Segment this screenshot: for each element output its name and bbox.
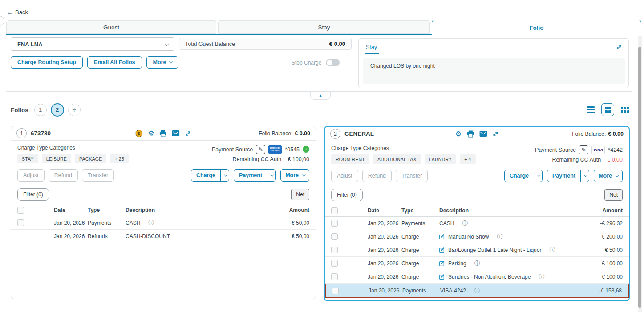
row-checkbox[interactable] (331, 220, 338, 227)
transactions-table: Date Type Description Amount Jan 20, 202… (325, 205, 629, 298)
edit-charge-icon[interactable] (439, 260, 445, 266)
email-envelope-icon[interactable] (172, 130, 180, 136)
net-button[interactable]: Net (291, 189, 309, 200)
charge-dropdown-arrow[interactable] (534, 170, 542, 182)
table-row[interactable]: Jan 20, 2026 Payments CASH ⓘ -€ 50,00 (11, 216, 316, 230)
stop-charge-toggle[interactable] (326, 59, 340, 66)
row-checkbox[interactable] (331, 233, 338, 240)
info-icon[interactable]: ⓘ (474, 260, 480, 266)
grid-2-view-icon[interactable] (601, 103, 614, 116)
charge-routing-setup-button[interactable]: Charge Routing Setup (11, 56, 83, 69)
filter-button[interactable]: Filter (0) (331, 189, 363, 201)
table-row[interactable]: Jan 20, 2026 Payments VISA-4242 ⓘ -€ 153… (325, 284, 629, 298)
row-description[interactable]: CASH (439, 220, 454, 227)
payment-dropdown-arrow[interactable] (267, 170, 275, 181)
print-icon[interactable] (160, 130, 167, 137)
adjust-button[interactable]: Adjust (17, 169, 45, 182)
row-checkbox[interactable] (332, 288, 339, 294)
category-chip: ROOM RENT (331, 154, 369, 164)
info-icon[interactable]: ⓘ (497, 234, 502, 239)
row-date: Jan 20, 2026 (368, 260, 401, 267)
info-icon[interactable]: ⓘ (549, 247, 555, 253)
filter-button[interactable]: Filter (0) (17, 188, 49, 201)
email-envelope-icon[interactable] (479, 131, 487, 137)
tab-stay[interactable]: Stay (218, 20, 430, 34)
info-icon[interactable]: ⓘ (474, 288, 480, 294)
transfer-button[interactable]: Transfer (396, 170, 428, 182)
scrollbar-thumb[interactable] (638, 47, 641, 308)
more-button[interactable]: More (146, 56, 179, 69)
collapse-summary-button[interactable]: ▲ (310, 92, 331, 100)
net-button[interactable]: Net (604, 189, 623, 201)
row-checkbox[interactable] (331, 260, 338, 267)
row-checkbox[interactable] (331, 247, 338, 253)
tab-folio[interactable]: Folio (432, 20, 641, 35)
info-icon[interactable]: ⓘ (539, 274, 544, 280)
folio-balance-value: € 0.00 (608, 131, 624, 137)
row-description[interactable]: Sundries - Non Alcoholic Beverage (448, 274, 531, 280)
table-row[interactable]: Jan 20, 2026 Charge Manual No Show ⓘ € 2… (325, 230, 629, 243)
transfer-button[interactable]: Transfer (82, 169, 114, 182)
table-row[interactable]: Jan 20, 2026 Refunds CASH-DISCOUNT € 50,… (11, 230, 316, 243)
folio-more-button[interactable]: More (280, 169, 309, 182)
back-button[interactable]: ← Back (6, 9, 28, 16)
row-amount: € 200,00 (569, 234, 623, 240)
type-header: Type (401, 207, 439, 214)
edit-charge-icon[interactable] (439, 234, 445, 239)
add-folio-button[interactable]: + (68, 104, 81, 116)
row-description[interactable]: CASH-DISCOUNT (126, 233, 170, 239)
stop-charge-control: Stop Charge (292, 59, 340, 66)
list-view-icon[interactable] (587, 106, 595, 113)
expand-folio-icon[interactable] (185, 130, 191, 137)
table-row[interactable]: Jan 20, 2026 Charge Parking ⓘ € 100,00 (325, 257, 629, 270)
edit-charge-icon[interactable] (439, 274, 445, 280)
email-all-folios-button[interactable]: Email All Folios (87, 56, 142, 69)
tab-guest[interactable]: Guest (6, 20, 216, 34)
settings-gear-icon[interactable]: ⚙ (455, 130, 462, 138)
category-chip: ADDITIONAL TAX (373, 154, 421, 164)
folio-balance: Folio Balance: € 0.00 (572, 131, 624, 137)
expand-notes-icon[interactable] (616, 44, 622, 52)
payment-dropdown-arrow[interactable] (580, 170, 589, 182)
row-amount: -€ 296,32 (569, 220, 623, 227)
select-all-checkbox[interactable] (331, 207, 338, 214)
cc-auth-label: Remaining CC Auth (233, 156, 282, 162)
row-description[interactable]: VISA-4242 (440, 288, 466, 294)
adjust-button[interactable]: Adjust (331, 170, 358, 182)
category-chip: STAY (17, 154, 38, 163)
guest-select[interactable]: FNA LNA (11, 37, 174, 51)
print-icon[interactable] (467, 130, 474, 138)
folio-page-1[interactable]: 1 (34, 104, 47, 116)
row-description[interactable]: CASH (126, 220, 140, 226)
payment-button[interactable]: Payment (234, 170, 267, 181)
table-row[interactable]: Jan 20, 2026 Charge Bar/Lounge Outlet 1 … (325, 243, 629, 257)
refund-button[interactable]: Refund (49, 169, 78, 182)
row-description[interactable]: Bar/Lounge Outlet 1 Late Night - Liquor (448, 247, 541, 253)
row-checkbox[interactable] (331, 273, 338, 280)
info-icon[interactable]: ⓘ (462, 220, 468, 226)
table-row[interactable]: Jan 20, 2026 Charge Sundries - Non Alcoh… (325, 270, 629, 284)
expand-folio-icon[interactable] (492, 131, 498, 137)
row-description[interactable]: Manual No Show (448, 234, 489, 240)
charge-button[interactable]: Charge (505, 170, 534, 182)
table-row[interactable]: Jan 20, 2026 Payments CASH ⓘ -€ 296,32 (325, 217, 629, 230)
refund-button[interactable]: Refund (362, 170, 392, 182)
charge-button[interactable]: Charge (191, 170, 220, 181)
folio-more-button[interactable]: More (594, 170, 623, 182)
folio-page-2[interactable]: 2 (51, 103, 64, 117)
cc-auth-label: Remaining CC Auth (552, 157, 601, 163)
grid-3-view-icon[interactable] (621, 107, 629, 113)
payment-button[interactable]: Payment (547, 170, 580, 182)
edit-payment-source-button[interactable]: ✎ (256, 145, 265, 154)
select-all-checkbox[interactable] (17, 207, 24, 214)
edit-charge-icon[interactable] (439, 247, 445, 253)
info-icon[interactable]: ⓘ (148, 220, 154, 226)
edit-payment-source-button[interactable]: ✎ (579, 145, 588, 154)
row-checkbox[interactable] (17, 219, 24, 226)
verified-check-icon: ✓ (303, 146, 309, 153)
row-description[interactable]: Parking (448, 260, 466, 267)
settings-gear-icon[interactable]: ⚙ (148, 130, 154, 137)
charge-dropdown-arrow[interactable] (220, 170, 229, 181)
notes-stay-tab[interactable]: Stay (366, 44, 377, 50)
auto-settlement-icon[interactable]: $ (135, 130, 142, 137)
